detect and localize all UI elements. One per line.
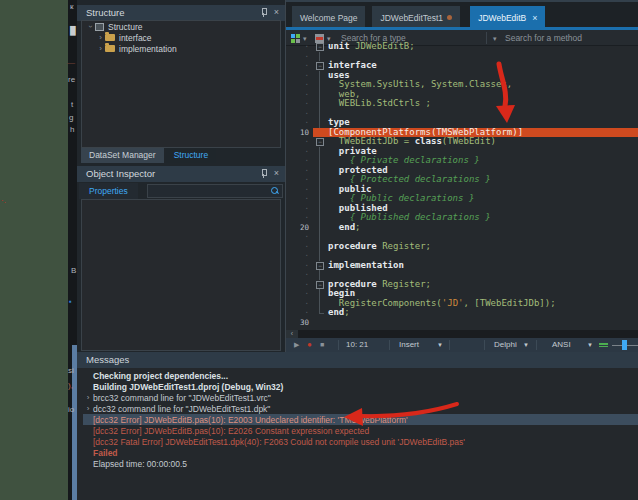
play-icon[interactable]: ▶	[294, 338, 299, 352]
zoom-indicator	[599, 343, 608, 347]
language-selector[interactable]: Delphi	[494, 338, 517, 352]
code-line[interactable]: 30	[286, 318, 638, 328]
tree-item-interface[interactable]: ›interface	[82, 32, 280, 43]
code-line[interactable]: 20 end;	[286, 223, 638, 233]
stop-icon[interactable]: ■	[320, 338, 324, 352]
message-row-error[interactable]: Failed	[83, 447, 638, 458]
gutter-line-number[interactable]: ·	[286, 166, 313, 176]
code-line[interactable]: ·implementation	[286, 261, 638, 271]
messages-list: Checking project dependencies...Building…	[83, 370, 638, 469]
message-row[interactable]: Checking project dependencies...	[83, 370, 638, 381]
tab-properties[interactable]: Properties	[79, 183, 138, 199]
gutter-line-number[interactable]: ·	[286, 156, 313, 166]
screenshot-stage: к█—retghB▪si),io·. Structure × ›Structur…	[0, 0, 638, 500]
tree-item-Structure[interactable]: ›Structure	[82, 21, 280, 32]
zoom-slider-handle[interactable]	[622, 340, 627, 350]
gutter-line-number[interactable]: 30	[286, 318, 313, 328]
dock-tab-structure[interactable]: Structure	[166, 148, 217, 163]
message-row-error[interactable]: [dcc32 Error] JDWebEditB.pas(10): E2026 …	[83, 425, 638, 436]
gutter-line-number[interactable]: ·	[286, 251, 313, 261]
fold-line	[313, 156, 326, 166]
editor-tab-welcome-page[interactable]: Welcome Page	[292, 6, 365, 29]
gutter-line-number[interactable]: ·	[286, 109, 313, 119]
message-row-error[interactable]: [dcc32 Fatal Error] JDWebEditTest1.dpk(4…	[83, 436, 638, 447]
editor-tab-jdwebeditb[interactable]: JDWebEditB×	[470, 6, 545, 29]
message-row[interactable]: ›brcc32 command line for "JDWebEditTest1…	[83, 392, 638, 403]
pin-icon[interactable]	[260, 8, 267, 17]
fold-marker-icon[interactable]	[313, 137, 326, 147]
fold-marker-icon[interactable]	[313, 61, 326, 71]
dock-tab-dataset-manager[interactable]: DataSet Manager	[81, 148, 164, 163]
gutter-line-number[interactable]: ·	[286, 80, 313, 90]
gutter-line-number[interactable]: ·	[286, 270, 313, 280]
chevron-collapsed-icon[interactable]: ›	[96, 33, 105, 42]
chevron-collapsed-icon[interactable]: ›	[96, 44, 105, 53]
gutter-line-number[interactable]: ·	[286, 308, 313, 318]
code-text: { Protected declarations }	[326, 175, 638, 185]
tree-item-implementation[interactable]: ›implementation	[82, 43, 280, 54]
editor-tab-jdwebedittest1[interactable]: JDWebEditTest1	[372, 6, 460, 29]
message-row[interactable]: ›dcc32 command line for "JDWebEditTest1.…	[83, 403, 638, 414]
fold-marker-icon[interactable]	[313, 261, 326, 271]
chevron-down-icon[interactable]: ▼	[587, 338, 593, 352]
fold-line	[313, 175, 326, 185]
gutter-line-number[interactable]: ·	[286, 90, 313, 100]
encoding-selector[interactable]: ANSI	[552, 338, 571, 352]
gutter-line-number[interactable]: ·	[286, 61, 313, 71]
gutter-line-number[interactable]: ·	[286, 289, 313, 299]
expand-chevron-icon[interactable]: ›	[83, 393, 93, 402]
gutter-line-number[interactable]: ·	[286, 175, 313, 185]
code-line[interactable]: · WEBLib.StdCtrls ;	[286, 99, 638, 109]
object-inspector-search-input[interactable]	[147, 184, 283, 198]
close-icon[interactable]: ×	[274, 8, 279, 17]
fold-line	[313, 194, 326, 204]
scroll-left-button[interactable]: ‹	[286, 330, 298, 338]
gutter-line-number[interactable]: ·	[286, 261, 313, 271]
message-row[interactable]: Building JDWebEditTest1.dproj (Debug, Wi…	[83, 381, 638, 392]
gutter-line-number[interactable]: ·	[286, 99, 313, 109]
gutter-line-number[interactable]: ·	[286, 71, 313, 81]
object-inspector-tabrow: Properties	[77, 183, 285, 199]
gutter-line-number[interactable]: ·	[286, 42, 313, 52]
gutter-line-number[interactable]: ·	[286, 118, 313, 128]
code-editor[interactable]: ·unit JDWebEditB;··interface·uses· Syste…	[286, 42, 638, 330]
fold-line	[313, 213, 326, 223]
code-text: end;	[326, 308, 638, 318]
gutter-line-number[interactable]: 10	[286, 128, 313, 138]
code-line[interactable]: ·procedure Register;	[286, 242, 638, 252]
gutter-line-number[interactable]: ·	[286, 232, 313, 242]
gutter-line-number[interactable]: ·	[286, 204, 313, 214]
fold-marker-icon[interactable]	[313, 42, 326, 52]
background-text-fragment: ▪	[69, 297, 72, 306]
pin-icon[interactable]	[260, 169, 267, 178]
close-tab-icon[interactable]: ×	[532, 7, 537, 29]
fold-marker-icon[interactable]	[313, 280, 326, 290]
gutter-line-number[interactable]: ·	[286, 194, 313, 204]
fold-line	[313, 204, 326, 214]
gutter-line-number[interactable]: ·	[286, 242, 313, 252]
close-icon[interactable]: ×	[274, 169, 279, 178]
message-row-error[interactable]: [dcc32 Error] JDWebEditB.pas(10): E2003 …	[83, 414, 638, 425]
fold-line	[313, 71, 326, 81]
gutter-line-number[interactable]: ·	[286, 213, 313, 223]
gutter-line-number[interactable]: 20	[286, 223, 313, 233]
chevron-down-icon[interactable]: ▼	[523, 338, 529, 352]
code-line[interactable]: ·unit JDWebEditB;	[286, 42, 638, 52]
gutter-line-number[interactable]: ·	[286, 280, 313, 290]
gutter-line-number[interactable]: ·	[286, 299, 313, 309]
fold-line	[313, 289, 326, 299]
chevron-down-icon[interactable]: ▼	[437, 338, 443, 352]
message-row[interactable]: Elapsed time: 00:00:00.5	[83, 458, 638, 469]
message-text: brcc32 command line for "JDWebEditTest1.…	[93, 393, 271, 403]
code-text: procedure Register;	[326, 280, 638, 290]
expand-chevron-icon[interactable]: ›	[83, 404, 93, 413]
code-line[interactable]: ·end;	[286, 308, 638, 318]
zoom-slider[interactable]	[612, 345, 638, 346]
gutter-line-number[interactable]: ·	[286, 137, 313, 147]
chevron-expanded-icon[interactable]: ›	[86, 22, 95, 31]
horizontal-scrollbar[interactable]: ‹	[286, 330, 638, 338]
gutter-line-number[interactable]: ·	[286, 52, 313, 62]
gutter-line-number[interactable]: ·	[286, 147, 313, 157]
record-icon[interactable]: ●	[307, 338, 312, 352]
gutter-line-number[interactable]: ·	[286, 185, 313, 195]
